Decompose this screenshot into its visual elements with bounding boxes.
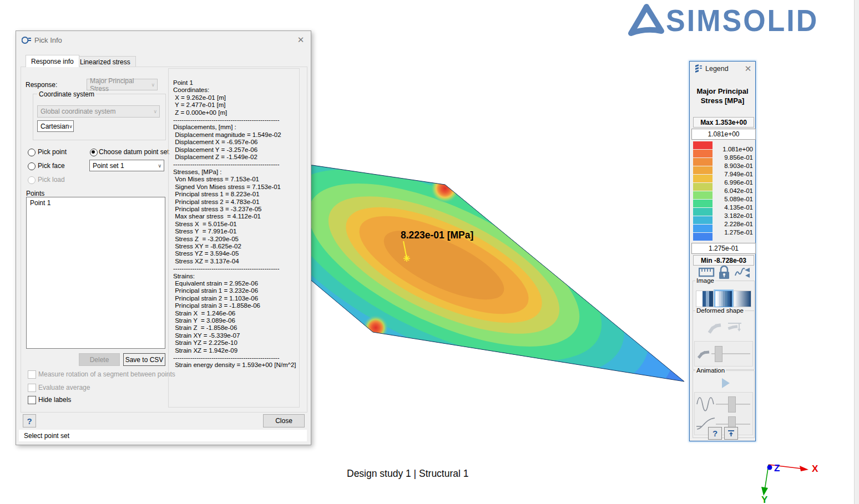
report-line: Strains: <box>173 273 299 280</box>
probe-path-icon[interactable] <box>735 268 750 278</box>
report-line: Stress XY = -8.625e-02 <box>173 243 299 250</box>
report-line: Principal stress 1 = 8.223e-01 <box>173 191 299 198</box>
animation-slider-handle-1[interactable] <box>728 396 736 413</box>
report-line: Equivalent strain = 2.952e-06 <box>173 280 299 287</box>
report-line: ----------------------------------------… <box>173 354 299 362</box>
chevron-down-icon: ∨ <box>153 109 159 114</box>
help-button[interactable]: ? <box>23 414 36 427</box>
deformed-shape-icon[interactable] <box>708 323 721 333</box>
report-line: Strain XY = -5.339e-07 <box>173 332 299 339</box>
legend-help-button[interactable]: ? <box>708 427 722 440</box>
legend-pin-button[interactable] <box>724 427 738 440</box>
radio-pick-face-label: Pick face <box>38 162 65 170</box>
report-line: Stress Z = -3.209e-05 <box>173 236 299 243</box>
radio-pick-point-label: Pick point <box>38 148 67 156</box>
animation-group <box>693 370 755 438</box>
legend-band-row: 3.182e-01 <box>693 208 753 216</box>
ruler-icon[interactable] <box>699 268 714 276</box>
legend-title: Legend <box>705 65 729 73</box>
image-group-label: Image <box>695 277 715 284</box>
legend-band-row: 8.903e-01 <box>693 158 753 166</box>
report-line: ----------------------------------------… <box>173 265 299 272</box>
window-right-edge <box>854 0 859 504</box>
chevron-down-icon: ∨ <box>158 163 164 169</box>
image-style-2[interactable] <box>715 291 732 307</box>
simsolid-logo-text: SIMSOLID <box>666 1 818 39</box>
legend-close-icon[interactable]: ✕ <box>742 63 754 74</box>
legend-color-swatch <box>693 141 713 149</box>
report-line: ----------------------------------------… <box>173 116 299 124</box>
report-line: Displacement Z = -1.549e-02 <box>173 154 299 161</box>
deformed-amount-icon <box>697 348 710 359</box>
animation-label: Animation <box>695 367 726 374</box>
points-listbox[interactable]: Point 1 <box>26 197 165 349</box>
checkbox-evaluate-average[interactable] <box>28 384 36 392</box>
coordinate-type-dropdown[interactable]: Cartesian ∨ <box>37 120 74 132</box>
list-item[interactable]: Point 1 <box>27 197 165 208</box>
tab-response-info[interactable]: Response info <box>26 55 79 67</box>
close-button[interactable]: Close <box>263 414 305 427</box>
report-line: Principal strain 2 = 1.103e-06 <box>173 295 299 302</box>
deformed-icons <box>707 321 742 335</box>
report-line: Displacements, [mm] : <box>173 124 299 131</box>
stress-contour-plot[interactable]: 8.223e-01 [MPa] <box>300 154 695 391</box>
checkbox-measure-rotation-label: Measure rotation of a segment between po… <box>38 370 175 378</box>
delete-button[interactable]: Delete <box>79 353 120 366</box>
lock-icon[interactable] <box>719 266 729 279</box>
deformed-slider-handle[interactable] <box>715 346 722 362</box>
legend-min-value: Min -8.728e-03 <box>693 255 754 266</box>
report-line: Displacement Y = -3.257e-06 <box>173 146 299 154</box>
stress-hotspot-bottom <box>363 315 388 340</box>
radio-pick-load[interactable] <box>28 176 36 184</box>
report-line: Point 1 <box>173 79 299 86</box>
animation-slider-area <box>694 392 753 435</box>
legend-upper-bound-field[interactable]: 1.081e+00 <box>691 129 756 140</box>
radio-choose-datum-point-set[interactable] <box>90 149 98 156</box>
image-style-3[interactable] <box>734 291 751 307</box>
radio-pick-point[interactable] <box>28 149 36 156</box>
save-to-csv-button[interactable]: Save to CSV <box>123 353 165 366</box>
legend-lower-bound-field[interactable]: 1.275e-01 <box>691 243 756 254</box>
legend-color-swatch <box>693 233 713 241</box>
legend-color-swatch <box>693 200 713 207</box>
report-line: Signed Von Mises stress = 7.153e-01 <box>173 184 299 191</box>
report-line: Strain XZ = 1.942e-09 <box>173 347 299 354</box>
legend-color-scale: 1.081e+00 9.856e-01 8.903e-01 7.949e-01 … <box>693 141 753 241</box>
x-axis-label: X <box>812 464 818 474</box>
checkbox-hide-labels[interactable] <box>28 396 36 404</box>
report-line: Strain X = 1.246e-06 <box>173 310 299 317</box>
point-set-dropdown[interactable]: Point set 1 ∨ <box>89 160 164 171</box>
tab-linearized-stress[interactable]: Linearized stress <box>74 56 136 67</box>
report-line: Principal stress 3 = -3.237e-05 <box>173 206 299 213</box>
play-icon[interactable] <box>722 378 730 388</box>
x-axis-arrow <box>800 466 809 471</box>
simsolid-logo: SIMSOLID <box>626 1 855 40</box>
legend-color-swatch <box>693 225 713 232</box>
report-line: Principal stress 2 = 4.783e-01 <box>173 198 299 206</box>
deformed-scale-icon[interactable] <box>728 323 741 332</box>
pick-info-titlebar[interactable]: Pick Info ✕ <box>16 31 311 49</box>
legend-band-row: 1.275e-01 <box>693 225 753 233</box>
legend-header[interactable]: Legend ✕ <box>690 62 755 76</box>
response-dropdown[interactable]: Major Principal Stress ∨ <box>87 79 158 90</box>
legend-band-row: 7.949e-01 <box>693 166 753 175</box>
report-line: Principal strain 1 = 3.232e-06 <box>173 287 299 294</box>
report-line: X = 9.262e-01 [m] <box>173 94 299 101</box>
radio-pick-face[interactable] <box>28 162 36 170</box>
image-style-1[interactable] <box>696 291 714 307</box>
checkbox-measure-rotation[interactable] <box>28 370 36 379</box>
legend-band-row <box>693 233 753 241</box>
report-line: Principal strain 3 = -1.858e-06 <box>173 302 299 309</box>
report-line: Stress YZ = 3.594e-05 <box>173 250 299 257</box>
legend-color-swatch <box>693 208 713 216</box>
checkbox-hide-labels-label: Hide labels <box>38 396 71 404</box>
pick-info-icon <box>22 36 31 44</box>
report-line: Coordinates: <box>173 86 299 94</box>
dialog-close-icon[interactable]: ✕ <box>295 34 306 45</box>
coordinate-system-dropdown[interactable]: Global coordinate system ∨ <box>37 105 160 118</box>
report-line: Strain Y = 3.089e-06 <box>173 317 299 324</box>
legend-band-row: 1.081e+00 <box>693 141 753 150</box>
report-line: Z = 0.000e+00 [m] <box>173 109 299 116</box>
report-line: Strain energy density = 1.593e+00 [N/m^2… <box>173 362 299 369</box>
report-line: ----------------------------------------… <box>173 161 299 168</box>
